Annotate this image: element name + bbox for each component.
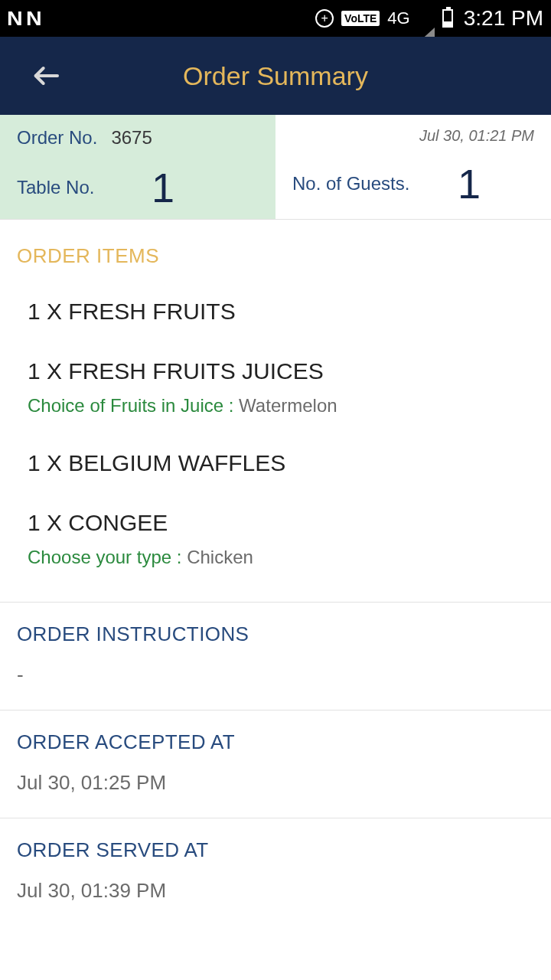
- order-info-right: Jul 30, 01:21 PM No. of Guests. 1: [276, 115, 551, 219]
- order-item: 1 X BELGIUM WAFFLES: [28, 450, 534, 476]
- order-item-title: 1 X CONGEE: [28, 510, 534, 536]
- status-clock: 3:21 PM: [464, 6, 543, 31]
- order-info-row: Order No. 3675 Table No. 1 Jul 30, 01:21…: [0, 115, 551, 220]
- signal-icon: [418, 8, 435, 28]
- order-item-title: 1 X BELGIUM WAFFLES: [28, 450, 534, 476]
- order-instructions-section: ORDER INSTRUCTIONS -: [0, 602, 551, 710]
- order-served-label: ORDER SERVED AT: [17, 838, 534, 862]
- order-served-section: ORDER SERVED AT Jul 30, 01:39 PM: [0, 818, 551, 926]
- order-info-left: Order No. 3675 Table No. 1: [0, 115, 276, 219]
- order-item-option-value: Chicken: [187, 547, 253, 567]
- order-no-label: Order No.: [17, 127, 97, 149]
- back-button[interactable]: [31, 60, 61, 91]
- order-accepted-section: ORDER ACCEPTED AT Jul 30, 01:25 PM: [0, 710, 551, 818]
- order-items-header: ORDER ITEMS: [17, 244, 534, 268]
- guests-label: No. of Guests.: [292, 173, 409, 194]
- order-served-value: Jul 30, 01:39 PM: [17, 879, 534, 903]
- order-instructions-value: -: [17, 663, 534, 687]
- android-status-bar: N N + VoLTE 4G 3:21 PM: [0, 0, 551, 37]
- order-item-title: 1 X FRESH FRUITS JUICES: [28, 358, 534, 384]
- volte-icon: VoLTE: [341, 11, 380, 26]
- order-timestamp: Jul 30, 01:21 PM: [292, 127, 534, 145]
- order-accepted-value: Jul 30, 01:25 PM: [17, 771, 534, 795]
- order-item-option-value: Watermelon: [239, 395, 337, 416]
- app-bar: Order Summary: [0, 37, 551, 115]
- notification-icon: N: [26, 7, 42, 31]
- order-no-value: 3675: [111, 127, 152, 149]
- table-no-label: Table No.: [17, 177, 94, 198]
- order-instructions-label: ORDER INSTRUCTIONS: [17, 622, 534, 646]
- guests-value: 1: [458, 160, 534, 207]
- order-item: 1 X FRESH FRUITS: [28, 299, 534, 325]
- order-accepted-label: ORDER ACCEPTED AT: [17, 730, 534, 754]
- order-item-option-label: Choice of Fruits in Juice :: [28, 395, 233, 416]
- network-type: 4G: [387, 8, 409, 28]
- table-no-value: 1: [152, 164, 259, 211]
- order-item: 1 X FRESH FRUITS JUICES Choice of Fruits…: [28, 358, 534, 416]
- order-item-option-label: Choose your type :: [28, 547, 181, 567]
- notification-icon: N: [7, 7, 23, 31]
- order-items-section: ORDER ITEMS 1 X FRESH FRUITS 1 X FRESH F…: [0, 220, 551, 568]
- battery-charging-icon: [442, 9, 453, 28]
- alarm-plus-icon: +: [315, 9, 334, 28]
- order-item: 1 X CONGEE Choose your type : Chicken: [28, 510, 534, 568]
- page-title: Order Summary: [0, 61, 551, 91]
- order-item-title: 1 X FRESH FRUITS: [28, 299, 534, 325]
